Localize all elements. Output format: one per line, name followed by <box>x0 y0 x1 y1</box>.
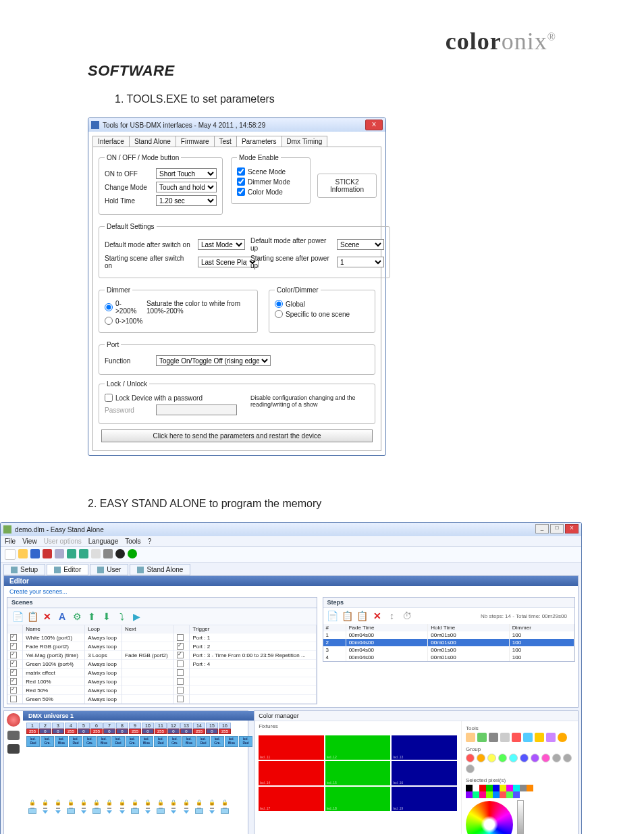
channel-slider[interactable]: 🔒 <box>206 800 218 814</box>
channel-slider[interactable]: 🔒 <box>167 800 180 814</box>
dmx-channel[interactable]: 14255 <box>193 723 205 734</box>
send-params-button[interactable]: Click here to send the parameters and re… <box>101 429 373 442</box>
dmx-channel[interactable]: 6255 <box>90 723 103 734</box>
subtab-user[interactable]: User <box>90 564 128 575</box>
dmx-channel[interactable]: 80 <box>116 723 128 734</box>
color-swatch[interactable] <box>486 791 493 798</box>
tools-tab-firmware[interactable]: Firmware <box>176 136 215 147</box>
fixture-cell[interactable]: led..11 <box>259 735 324 760</box>
menu-useroptions[interactable]: User options <box>44 538 82 545</box>
channel-slider[interactable]: 🔒 <box>26 800 38 814</box>
fixture-cell[interactable]: led..18 <box>325 787 391 811</box>
on-to-off-select[interactable]: Short Touch <box>156 168 217 179</box>
channel-slider[interactable]: 🔒 <box>180 800 192 814</box>
cm-tool-icon[interactable] <box>500 733 510 742</box>
color-swatch[interactable] <box>473 791 479 798</box>
dmx-channel[interactable]: 11255 <box>155 723 167 734</box>
group-dot[interactable] <box>520 754 529 762</box>
cm-tool-icon[interactable] <box>535 733 544 742</box>
channel-slider[interactable]: 🔒 <box>155 800 167 814</box>
save-icon[interactable] <box>30 549 40 558</box>
cd-specific-radio[interactable] <box>275 310 283 318</box>
start-scene-switch-select[interactable]: Last Scene Played <box>198 257 259 267</box>
dmx-channel[interactable]: 20 <box>39 723 51 734</box>
play-icon[interactable] <box>128 549 137 558</box>
scene-row[interactable]: Green 100% (port4)Always loopPort : 4 <box>7 660 316 669</box>
tools-tab-test[interactable]: Test <box>214 136 237 147</box>
rename-scene-icon[interactable]: A <box>56 610 68 623</box>
fixture-cell[interactable]: led..19 <box>392 787 457 811</box>
channel-slider[interactable]: 🔒 <box>116 800 128 814</box>
new-scene-icon[interactable]: 📄 <box>11 610 24 623</box>
hold-time-select[interactable]: 1.20 sec <box>156 195 217 206</box>
group-dot[interactable] <box>552 754 561 762</box>
scene-row[interactable]: White 100% (port1)Always loopPort : 1 <box>7 633 316 642</box>
dimmer-200-radio[interactable] <box>105 303 113 311</box>
fixture-cell[interactable]: led..12 <box>325 735 391 760</box>
color-swatch[interactable] <box>473 785 479 791</box>
subtab-setup[interactable]: Setup <box>3 564 45 575</box>
cd-global-radio[interactable] <box>275 300 283 308</box>
delete-step-icon[interactable]: ✕ <box>371 610 383 622</box>
color-swatch[interactable] <box>513 791 520 798</box>
dmx-channel[interactable]: 70 <box>103 723 115 734</box>
color-swatch[interactable] <box>527 785 533 791</box>
group-dot[interactable] <box>563 754 572 762</box>
menu-view[interactable]: View <box>22 538 37 545</box>
dimmer-mode-checkbox[interactable] <box>237 178 245 186</box>
fixture-cell[interactable]: led..14 <box>259 761 324 785</box>
group-dot[interactable] <box>466 764 475 773</box>
color-swatch[interactable] <box>479 791 486 798</box>
cm-tool-icon[interactable] <box>523 733 533 742</box>
port-function-select[interactable]: Toggle On/Toggle Off (rising edge) <box>156 355 271 366</box>
color-mode-checkbox[interactable] <box>237 188 245 196</box>
group-dot[interactable] <box>498 754 507 762</box>
dmx-channel[interactable]: 9255 <box>129 723 141 734</box>
cm-tool-icon[interactable] <box>546 733 556 742</box>
channel-slider[interactable]: 🔒 <box>65 800 77 814</box>
change-mode-select[interactable]: Touch and hold <box>156 182 217 192</box>
dup-scene-icon[interactable]: ⤵ <box>115 610 128 623</box>
fader2-icon[interactable] <box>79 549 88 558</box>
scene-mode-checkbox[interactable] <box>237 167 245 176</box>
color-swatch[interactable] <box>506 791 513 798</box>
group-dot[interactable] <box>477 754 485 762</box>
lock-device-checkbox[interactable] <box>105 394 113 402</box>
scene-row[interactable]: matrix effectAlways loop <box>7 669 316 677</box>
fader-icon[interactable] <box>67 549 76 558</box>
new-icon[interactable] <box>5 549 16 560</box>
menu-tools[interactable]: Tools <box>125 538 140 545</box>
fixture-cell[interactable]: led..15 <box>325 761 391 785</box>
stick2-info-button[interactable]: STICK2 Information <box>317 174 377 198</box>
channel-mode-icon[interactable] <box>7 713 20 727</box>
group-dot[interactable] <box>487 754 496 762</box>
subtab-stand-alone[interactable]: Stand Alone <box>130 564 190 575</box>
dmx-channel[interactable]: 50 <box>78 723 90 734</box>
scene-row[interactable]: Fade RGB (port2)Always loopPort : 2 <box>7 642 316 651</box>
brush-icon[interactable] <box>103 549 113 558</box>
channel-slider[interactable]: 🔒 <box>52 800 64 814</box>
group-dot[interactable] <box>509 754 518 762</box>
step-row[interactable]: 400m04s0000m01s00100 <box>323 654 574 661</box>
tools-tab-stand-alone[interactable]: Stand Alone <box>129 136 176 147</box>
color-wheel[interactable] <box>466 801 513 834</box>
fixture-cell[interactable]: led..13 <box>392 735 457 760</box>
settings-scene-icon[interactable]: ⚙ <box>71 610 83 623</box>
color-swatch[interactable] <box>513 785 520 791</box>
cm-tool-icon[interactable] <box>558 733 567 742</box>
step-row[interactable]: 200m04s0000m01s00100 <box>323 639 574 646</box>
3d-icon[interactable] <box>91 549 101 558</box>
step-row[interactable]: 300m04s0000m01s00100 <box>323 646 574 654</box>
color-swatch[interactable] <box>486 785 493 791</box>
cm-tool-icon[interactable] <box>489 733 498 742</box>
cm-tool-icon[interactable] <box>512 733 521 742</box>
dmx-channel[interactable]: 1255 <box>26 723 38 734</box>
color-swatch[interactable] <box>466 785 473 791</box>
color-swatch[interactable] <box>500 791 506 798</box>
delete-scene-icon[interactable]: ✕ <box>41 610 53 623</box>
group-dot[interactable] <box>541 754 550 762</box>
dmx-channel[interactable]: 150 <box>206 723 218 734</box>
print-icon[interactable] <box>55 549 64 558</box>
fx-mode-icon[interactable] <box>7 744 20 754</box>
dmx-channel[interactable]: 16255 <box>219 723 231 734</box>
